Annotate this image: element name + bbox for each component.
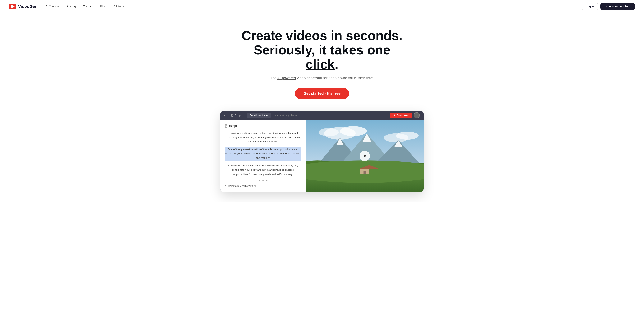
script-document-icon (225, 124, 228, 128)
nav-link-affiliates[interactable]: Affiliates (113, 5, 125, 8)
user-avatar (414, 112, 420, 118)
last-modified-text: Last modified just now (274, 114, 297, 117)
hero-title-line1: Create videos in seconds. (242, 28, 402, 43)
script-para-2-highlighted: One of the greatest benefits of travel i… (225, 147, 302, 161)
nav-item-pricing[interactable]: Pricing (66, 5, 76, 8)
script-panel: Script Traveling is not just about visit… (220, 120, 306, 192)
tab-script-label: Script (235, 114, 241, 117)
get-started-label-bold: Get started (304, 91, 324, 96)
download-button[interactable]: Download (390, 113, 412, 118)
ai-powered-link[interactable]: AI-powered (277, 76, 296, 80)
tab-script[interactable]: Script (228, 113, 244, 118)
hero-title-line2: Seriously, it takes one click. (254, 43, 390, 72)
nav-item-label: AI Tools (45, 5, 56, 8)
nav-right: Log in Join now - It's free (582, 3, 635, 10)
logo[interactable]: VideoGen (9, 4, 38, 9)
video-panel (306, 120, 424, 192)
hero-section: Create videos in seconds. Seriously, it … (0, 13, 644, 202)
videogen-icon (11, 5, 14, 8)
nav-links: AI Tools Pricing Contact Blog Affiliates (45, 5, 125, 8)
app-preview: ‹ Script Benefits of travel Last modifie… (220, 111, 424, 192)
brainstorm-button[interactable]: ✦ Brainstorm & write with AI → (225, 184, 302, 187)
get-started-button[interactable]: Get started - It's free (295, 88, 349, 99)
document-icon (231, 114, 234, 117)
get-started-label-rest: - It's free (324, 91, 340, 96)
nav-link-contact[interactable]: Contact (83, 5, 93, 8)
chevron-down-icon (57, 5, 60, 8)
svg-rect-0 (11, 5, 13, 8)
svg-point-13 (318, 128, 339, 136)
hero-subtitle-post: video generator for people who value the… (296, 76, 374, 80)
script-heading: Script (225, 124, 302, 128)
play-icon (363, 154, 367, 158)
nav-item-blog[interactable]: Blog (100, 5, 106, 8)
logo-icon (9, 4, 16, 9)
nav-item-ai-tools[interactable]: AI Tools (45, 5, 60, 8)
nav-left: VideoGen AI Tools Pricing Contact Blog (9, 4, 125, 9)
hero-subtitle-pre: The (270, 76, 277, 80)
hero-title: Create videos in seconds. Seriously, it … (236, 28, 408, 71)
svg-point-15 (396, 132, 418, 140)
app-body: Script Traveling is not just about visit… (220, 120, 424, 192)
logo-text: VideoGen (18, 4, 38, 9)
svg-marker-1 (14, 6, 14, 7)
hero-title-post: . (335, 57, 338, 72)
nav-item-contact[interactable]: Contact (83, 5, 93, 8)
titlebar-right: Download (390, 112, 420, 118)
play-button[interactable] (360, 151, 370, 161)
navbar: VideoGen AI Tools Pricing Contact Blog (0, 0, 644, 13)
svg-rect-28 (364, 171, 366, 174)
download-icon (393, 114, 396, 117)
hero-title-pre: Seriously, it takes (254, 43, 367, 57)
tab-benefits[interactable]: Benefits of travel (247, 113, 271, 118)
nav-item-affiliates[interactable]: Affiliates (113, 5, 125, 8)
hero-subtitle: The AI-powered video generator for peopl… (270, 76, 374, 80)
app-titlebar: ‹ Script Benefits of travel Last modifie… (220, 111, 424, 120)
back-button[interactable]: ‹ (224, 113, 226, 117)
svg-marker-29 (364, 154, 366, 157)
tab-benefits-label: Benefits of travel (250, 114, 268, 117)
login-button[interactable]: Log in (582, 3, 598, 10)
brainstorm-label: ✦ Brainstorm & write with AI → (225, 184, 259, 187)
download-label: Download (397, 114, 409, 117)
script-heading-label: Script (229, 124, 237, 128)
script-para-3: It allows you to disconnect from the str… (225, 164, 302, 176)
nav-link-blog[interactable]: Blog (100, 5, 106, 8)
titlebar-left: ‹ Script Benefits of travel Last modifie… (224, 113, 297, 118)
nav-link-pricing[interactable]: Pricing (66, 5, 76, 8)
svg-point-12 (340, 126, 367, 136)
script-para-1: Traveling is not just about visiting new… (225, 131, 302, 144)
word-count: 480/1000 (225, 179, 302, 181)
join-button[interactable]: Join now - It's free (600, 3, 635, 10)
